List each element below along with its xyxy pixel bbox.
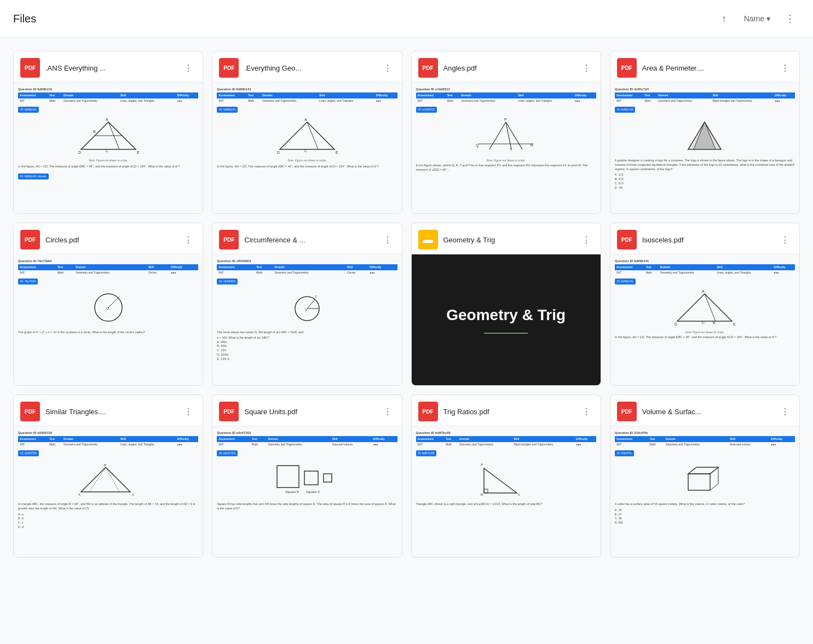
card-header: PDF Circles.pdf ⋮ [14,223,203,254]
card-title: Similar Triangles.... [45,408,175,416]
svg-text:C: C [106,149,108,153]
card-preview: Question ID 6d99b141 AssessmentTestDomai… [14,82,203,213]
chevron-down-icon: ▾ [766,14,770,23]
card-header: PDF Angles.pdf ⋮ [412,51,601,82]
card-title: Circumference & ... [244,236,374,244]
pdf-icon: PDF [617,58,637,78]
pdf-icon: PDF [20,58,40,78]
svg-text:P: P [504,118,507,121]
sort-up-button[interactable]: ↑ [714,9,734,28]
file-card[interactable]: PDF Square Units.pdf ⋮ Question ID e5c57… [212,394,402,558]
file-card[interactable]: ▬ Geometry & Trig ⋮ Geometry & Trig [411,223,601,386]
card-title: .ANS Everything ... [45,64,175,72]
more-options-button[interactable]: ⋮ [780,9,800,28]
svg-text:E: E [137,150,140,154]
svg-text:B: B [93,130,96,134]
file-card[interactable]: PDF Isosceles.pdf ⋮ Question ID 6d99b141… [610,223,800,386]
file-card[interactable]: PDF .ANS Everything ... ⋮ Question ID 6d… [13,51,203,214]
svg-text:Q: Q [476,143,479,148]
svg-marker-50 [484,468,517,493]
card-more-button[interactable]: ⋮ [579,60,594,76]
pdf-icon: PDF [219,230,239,250]
pdf-icon: PDF [617,230,637,250]
card-header: PDF Isosceles.pdf ⋮ [610,223,799,254]
svg-line-9 [307,122,318,149]
sort-name-button[interactable]: Name ▾ [739,11,776,26]
card-title: Area & Perimeter.... [642,64,772,72]
svg-text:Square R: Square R [285,490,299,494]
svg-text:D: D [277,150,280,154]
more-icon: ⋮ [785,13,795,25]
svg-text:C: C [304,149,307,153]
file-card[interactable]: PDF Circumference & ... ⋮ Question ID c8… [212,223,402,386]
card-title: .Everything Geo... [244,64,374,72]
svg-line-57 [710,467,718,474]
file-card[interactable]: PDF Area & Perimeter.... ⋮ Question ID 4… [610,51,800,214]
up-arrow-icon: ↑ [722,13,726,25]
card-more-button[interactable]: ⋮ [181,232,196,247]
svg-line-41 [106,467,119,492]
svg-text:D: D [78,150,81,154]
pdf-icon: PDF [20,230,40,250]
card-more-button[interactable]: ⋮ [579,232,594,247]
card-more-button[interactable]: ⋮ [777,232,793,247]
header-actions: ↑ Name ▾ ⋮ [714,9,800,28]
svg-text:R: R [531,143,533,147]
card-preview: Question ID 310c87fe AssessmentTestDomai… [610,426,799,557]
header: Files ↑ Name ▾ ⋮ [0,0,813,38]
card-preview: Question ID c8345903 AssessmentTestDomai… [212,254,401,385]
svg-line-59 [710,484,718,490]
card-preview: Question ID e10d8313 AssessmentTestDomai… [412,82,601,213]
card-more-button[interactable]: ⋮ [181,60,196,76]
svg-rect-51 [484,489,488,493]
file-card[interactable]: PDF Similar Triangles.... ⋮ Question ID … [13,394,203,558]
card-more-button[interactable]: ⋮ [380,60,395,76]
card-preview: Question ID 6d99b141 AssessmentTestDomai… [212,82,401,213]
pdf-icon: PDF [418,402,438,421]
card-more-button[interactable]: ⋮ [380,404,395,419]
svg-text:A: A [106,118,108,121]
file-card[interactable]: PDF Circles.pdf ⋮ Question ID 76c73dbf A… [13,223,203,386]
folder-icon: ▬ [418,230,438,250]
card-preview: Question ID 6d99b141 AssessmentTestDomai… [610,254,799,385]
file-card[interactable]: PDF Angles.pdf ⋮ Question ID e10d8313 As… [411,51,601,214]
card-header: PDF Square Units.pdf ⋮ [212,395,401,426]
svg-line-40 [89,467,106,492]
svg-text:A: A [78,493,80,496]
file-card[interactable]: PDF Trig Ratios.pdf ⋮ Question ID bd87bc… [411,394,601,558]
card-title: Circles.pdf [45,236,175,244]
file-card[interactable]: PDF .Everything Geo... ⋮ Question ID 6d9… [212,51,402,214]
card-header: ▬ Geometry & Trig ⋮ [412,223,601,254]
card-title: Geometry & Trig [443,236,573,244]
card-preview: Question ID e5c57163 AssessmentTestDomai… [212,426,401,557]
card-more-button[interactable]: ⋮ [777,404,793,419]
svg-rect-55 [688,474,710,490]
file-card[interactable]: PDF Volume & Surfac... ⋮ Question ID 310… [610,394,800,558]
card-title: Isosceles.pdf [642,236,772,244]
card-more-button[interactable]: ⋮ [181,404,196,419]
card-header: PDF Trig Ratios.pdf ⋮ [412,395,601,426]
svg-line-33 [705,294,716,321]
card-title: Angles.pdf [443,64,573,72]
svg-rect-45 [277,466,299,488]
svg-text:E: E [733,322,736,326]
svg-text:C: C [702,321,705,324]
svg-text:C: C [518,493,521,496]
card-preview: Question ID 76c73dbf AssessmentTestDomai… [14,254,203,385]
svg-marker-39 [81,467,130,492]
card-more-button[interactable]: ⋮ [777,60,793,76]
card-preview: Question ID bd87bc09 AssessmentTestDomai… [412,426,601,557]
svg-text:C: C [315,295,318,298]
svg-line-28 [307,299,315,309]
svg-line-25 [108,297,119,308]
pdf-icon: PDF [20,402,40,421]
card-header: PDF .Everything Geo... ⋮ [212,51,401,82]
card-more-button[interactable]: ⋮ [380,232,395,247]
card-header: PDF Circumference & ... ⋮ [212,223,401,254]
card-more-button[interactable]: ⋮ [579,404,594,419]
svg-text:Square S: Square S [306,490,320,494]
svg-marker-8 [280,122,335,149]
card-header: PDF .ANS Everything ... ⋮ [14,51,203,82]
svg-text:E: E [336,150,338,154]
pdf-icon: PDF [219,402,239,421]
